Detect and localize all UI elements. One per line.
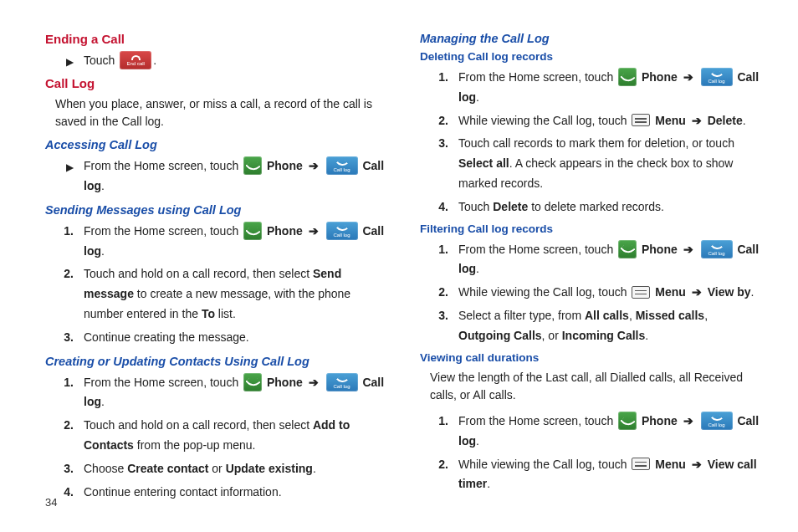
list-item: 4. Touch Delete to delete marked records… — [420, 197, 761, 217]
heading-accessing: Accessing Call Log — [45, 138, 386, 151]
step-body: Touch and hold on a call record, then se… — [84, 416, 386, 456]
phone-icon — [618, 68, 637, 86]
step-ending-call: ▶ Touch End call. — [45, 51, 386, 71]
menu-icon — [632, 458, 650, 470]
step-number: 4. — [420, 197, 458, 217]
list-item: 1. From the Home screen, touch Phone ➔ C… — [45, 373, 386, 413]
steps-creating: 1. From the Home screen, touch Phone ➔ C… — [45, 373, 386, 503]
calllog-icon: Call log — [326, 156, 358, 175]
triangle-bullet: ▶ — [45, 51, 84, 70]
step-number: 3. — [45, 328, 84, 348]
list-item: 1. From the Home screen, touch Phone ➔ C… — [420, 68, 761, 108]
period: . — [153, 54, 156, 67]
step-number: 3. — [45, 459, 84, 479]
step-body: From the Home screen, touch Phone ➔ Call… — [458, 412, 761, 452]
calllog-icon: Call log — [701, 412, 733, 430]
right-column: Managing the Call Log Deleting Call log … — [420, 30, 761, 505]
step-number: 1. — [45, 373, 84, 393]
step-body: From the Home screen, touch Phone ➔ Call… — [458, 240, 761, 280]
step-body: From the Home screen, touch Phone ➔ Call… — [84, 156, 386, 197]
step-number: 1. — [420, 412, 458, 432]
heading-filtering: Filtering Call log records — [420, 223, 761, 235]
page: Ending a Call ▶ Touch End call. Call Log… — [0, 0, 798, 522]
arrow-icon: ➔ — [683, 243, 693, 256]
durations-intro: View the length of the Last call, all Di… — [430, 369, 761, 405]
steps-filtering: 1. From the Home screen, touch Phone ➔ C… — [420, 240, 761, 346]
menu-icon — [632, 286, 650, 299]
step-body: While viewing the Call log, touch Menu ➔… — [458, 283, 761, 303]
text: From the Home screen, touch — [84, 159, 242, 172]
calllog-icon: Call log — [701, 240, 733, 258]
list-item: 3. Choose Create contact or Update exist… — [45, 459, 386, 479]
step-body: From the Home screen, touch Phone ➔ Call… — [84, 222, 386, 262]
step-body: From the Home screen, touch Phone ➔ Call… — [84, 373, 386, 413]
step-body: Choose Create contact or Update existing… — [84, 459, 386, 479]
triangle-bullet: ▶ — [45, 156, 84, 176]
phone-icon — [243, 222, 262, 240]
list-item: 3. Continue creating the message. — [45, 328, 386, 348]
list-item: 2. While viewing the Call log, touch Men… — [420, 111, 761, 131]
arrow-icon: ➔ — [692, 285, 702, 299]
step-number: 2. — [420, 455, 458, 475]
phone-label: Phone — [267, 159, 303, 172]
list-item: 1. From the Home screen, touch Phone ➔ C… — [420, 240, 761, 280]
list-item: 1. From the Home screen, touch Phone ➔ C… — [420, 412, 761, 452]
arrow-icon: ➔ — [309, 159, 319, 172]
list-item: 2. While viewing the Call log, touch Men… — [420, 455, 761, 495]
step-body: Continue entering contact information. — [84, 483, 386, 503]
list-item: 3. Select a filter type, from All calls,… — [420, 306, 761, 346]
step-body: While viewing the Call log, touch Menu ➔… — [458, 455, 761, 495]
step-body: Touch End call. — [84, 51, 386, 71]
arrow-icon: ➔ — [692, 114, 702, 127]
heading-sending: Sending Messages using Call Log — [45, 203, 386, 217]
step-body: Touch and hold on a call record, then se… — [84, 264, 386, 324]
list-item: 1. From the Home screen, touch Phone ➔ C… — [45, 222, 386, 262]
steps-durations: 1. From the Home screen, touch Phone ➔ C… — [420, 412, 761, 494]
heading-deleting: Deleting Call log records — [420, 50, 761, 63]
list-item: 2. While viewing the Call log, touch Men… — [420, 283, 761, 303]
phone-icon — [618, 412, 637, 430]
step-number: 3. — [420, 134, 458, 154]
list-item: 2. Touch and hold on a call record, then… — [45, 416, 386, 456]
step-number: 2. — [420, 283, 458, 303]
arrow-icon: ➔ — [309, 376, 319, 389]
step-number: 2. — [45, 264, 84, 284]
step-accessing: ▶ From the Home screen, touch Phone ➔ Ca… — [45, 156, 386, 197]
heading-managing: Managing the Call Log — [420, 32, 761, 45]
step-body: Continue creating the message. — [84, 328, 386, 348]
arrow-icon: ➔ — [692, 458, 702, 471]
heading-durations: Viewing call durations — [420, 351, 761, 364]
calllog-icon: Call log — [326, 222, 358, 240]
heading-ending-call: Ending a Call — [45, 32, 386, 46]
step-body: Touch call records to mark them for dele… — [458, 134, 761, 193]
step-number: 1. — [420, 240, 458, 260]
step-number: 1. — [45, 222, 84, 242]
heading-call-log: Call Log — [45, 76, 386, 90]
page-number: 34 — [45, 496, 57, 509]
list-item: 2. Touch and hold on a call record, then… — [45, 264, 386, 324]
arrow-icon: ➔ — [683, 414, 693, 427]
step-number: 2. — [420, 111, 458, 131]
phone-icon — [618, 240, 637, 258]
menu-icon — [632, 114, 650, 126]
step-number: 1. — [420, 68, 458, 88]
arrow-icon: ➔ — [683, 70, 693, 84]
steps-sending: 1. From the Home screen, touch Phone ➔ C… — [45, 222, 386, 348]
calllog-icon: Call log — [326, 373, 358, 391]
text: Touch — [84, 54, 118, 67]
step-body: Select a filter type, from All calls, Mi… — [458, 306, 761, 346]
step-body: While viewing the Call log, touch Menu ➔… — [458, 111, 761, 131]
steps-deleting: 1. From the Home screen, touch Phone ➔ C… — [420, 68, 761, 217]
step-body: From the Home screen, touch Phone ➔ Call… — [458, 68, 761, 108]
heading-creating: Creating or Updating Contacts Using Call… — [45, 355, 386, 368]
step-number: 3. — [420, 306, 458, 326]
left-column: Ending a Call ▶ Touch End call. Call Log… — [45, 30, 386, 505]
phone-icon — [243, 156, 262, 175]
call-log-intro: When you place, answer, or miss a call, … — [55, 95, 386, 131]
list-item: 4. Continue entering contact information… — [45, 483, 386, 503]
list-item: 3. Touch call records to mark them for d… — [420, 134, 761, 193]
phone-icon — [243, 373, 262, 391]
calllog-icon: Call log — [701, 68, 733, 86]
arrow-icon: ➔ — [309, 224, 319, 238]
end-call-icon: End call — [120, 51, 151, 69]
